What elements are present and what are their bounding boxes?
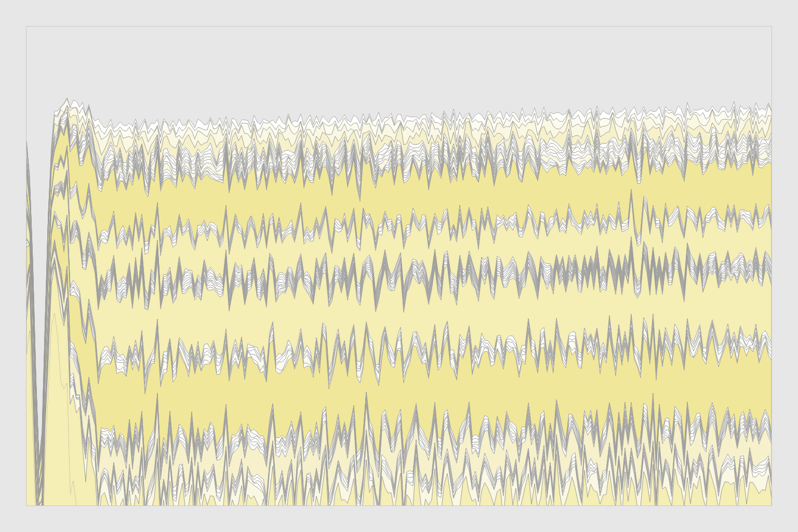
chart-frame [26,26,772,506]
stacked-area-chart [26,26,772,506]
